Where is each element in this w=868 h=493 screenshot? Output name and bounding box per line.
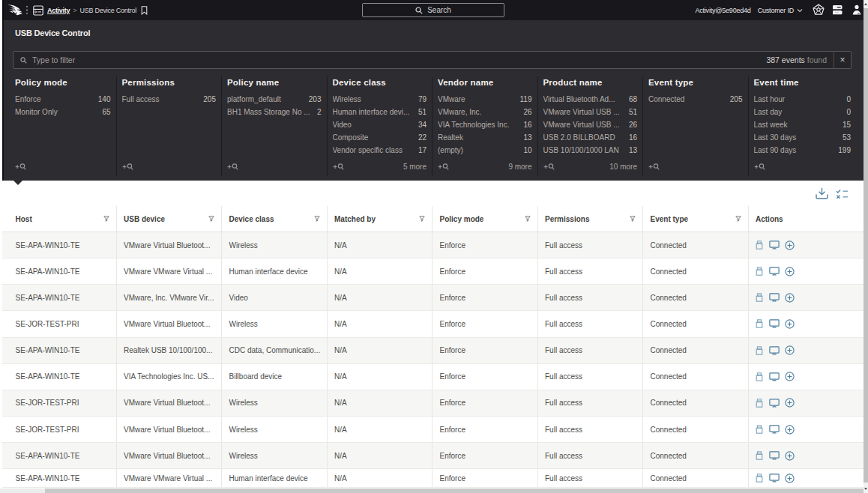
monitor-icon[interactable] (769, 425, 780, 434)
table-row[interactable]: SE-JOR-TEST-PRI VMware Virtual Bluetoot.… (2, 417, 864, 443)
usb-drive-icon[interactable] (755, 425, 764, 434)
export-button[interactable] (816, 187, 828, 203)
facet-item[interactable]: Monitor Only 65 (15, 106, 111, 118)
facet-item[interactable]: Video 34 (333, 118, 427, 131)
facet-item[interactable]: VIA Technologies Inc. 16 (438, 118, 532, 131)
horizontal-scrollbar-thumb[interactable] (45, 489, 864, 493)
column-header-actions[interactable]: Actions (749, 206, 864, 232)
column-header-permissions[interactable]: Permissions (538, 206, 644, 232)
account-module-label[interactable]: Activity@5e90ed4d (695, 7, 750, 14)
facet-item[interactable]: Wireless 79 (333, 93, 427, 106)
filter-funnel-icon[interactable] (208, 216, 214, 222)
facet-item[interactable]: USB 10/100/1000 LAN 13 (543, 144, 638, 157)
vertical-scrollbar-thumb[interactable] (864, 8, 868, 483)
table-row[interactable]: SE-APA-WIN10-TE VMware, Inc. VMware Vir.… (2, 285, 864, 311)
add-filter-icon[interactable] (543, 163, 555, 172)
facet-item[interactable]: Full access 205 (122, 93, 217, 106)
add-circle-icon[interactable] (785, 398, 795, 408)
add-circle-icon[interactable] (785, 451, 795, 461)
horizontal-scrollbar[interactable] (0, 489, 864, 493)
usb-drive-icon[interactable] (755, 319, 764, 328)
filter-funnel-icon[interactable] (630, 216, 636, 222)
add-circle-icon[interactable] (785, 345, 795, 355)
facet-item[interactable]: Human interface devi... 51 (333, 106, 427, 118)
usb-drive-icon[interactable] (755, 346, 764, 355)
facet-item[interactable]: USB 2.0 BILLBOARD 16 (543, 131, 638, 144)
add-filter-icon[interactable] (754, 163, 765, 172)
add-filter-icon[interactable] (333, 163, 344, 172)
monitor-icon[interactable] (769, 474, 780, 483)
facet-item[interactable]: Last 90 days 199 (754, 144, 852, 157)
filter-input[interactable] (27, 52, 766, 68)
monitor-icon[interactable] (769, 293, 780, 302)
scroll-down-arrow[interactable] (864, 488, 867, 490)
notifications-button[interactable] (833, 4, 844, 16)
add-filter-icon[interactable] (122, 163, 133, 172)
column-header-event-type[interactable]: Event type (643, 206, 749, 232)
kebab-menu-icon[interactable] (25, 5, 28, 15)
store-button[interactable] (813, 4, 825, 16)
table-row[interactable]: SE-APA-WIN10-TE VMware Virtual Bluetoot.… (2, 232, 864, 258)
user-profile-button[interactable] (852, 4, 862, 16)
table-row[interactable]: SE-APA-WIN10-TE VMware VMware Virtual ..… (2, 469, 864, 488)
facet-more-label[interactable]: 5 more (403, 163, 427, 172)
select-events-button[interactable] (836, 189, 849, 202)
table-row[interactable]: SE-APA-WIN10-TE VMware VMware Virtual ..… (2, 258, 864, 285)
table-row[interactable]: SE-APA-WIN10-TE Realtek USB 10/100/100..… (2, 338, 864, 364)
usb-drive-icon[interactable] (755, 474, 764, 483)
notifications-icon[interactable] (833, 4, 844, 16)
falcon-logo-container[interactable] (7, 4, 23, 16)
filter-funnel-icon[interactable] (103, 216, 109, 222)
facet-item[interactable]: Enforce 140 (15, 93, 111, 106)
download-icon[interactable] (816, 187, 828, 200)
vertical-scrollbar[interactable] (864, 0, 868, 493)
facet-more-label[interactable]: 10 more (609, 163, 637, 172)
global-search-button[interactable]: Search (362, 3, 504, 17)
facet-item[interactable]: (empty) 10 (438, 144, 532, 157)
facet-item[interactable]: Last day 0 (754, 106, 852, 118)
store-pentagon-icon[interactable] (813, 4, 825, 16)
monitor-icon[interactable] (769, 399, 780, 408)
monitor-icon[interactable] (769, 241, 780, 249)
facet-item[interactable]: Vendor specific class 17 (333, 144, 427, 157)
bookmark-icon[interactable] (141, 6, 148, 15)
filter-funnel-icon[interactable] (735, 216, 741, 222)
facet-item[interactable]: platform_default 203 (227, 93, 322, 106)
usb-drive-icon[interactable] (755, 451, 764, 460)
facet-item[interactable]: VMware 119 (438, 93, 532, 106)
add-circle-icon[interactable] (785, 267, 795, 276)
usb-drive-icon[interactable] (755, 241, 764, 249)
column-header-usb-device[interactable]: USB device (117, 206, 223, 232)
add-filter-icon[interactable] (15, 163, 26, 172)
scroll-up-arrow[interactable] (864, 3, 867, 5)
breadcrumb-activity-link[interactable]: Activity (47, 7, 70, 14)
table-row[interactable]: SE-JOR-TEST-PRI VMware Virtual Bluetoot.… (2, 390, 864, 417)
add-circle-icon[interactable] (785, 372, 795, 381)
table-row[interactable]: SE-JOR-TEST-PRI VMware Virtual Bluetoot.… (2, 311, 864, 337)
column-header-host[interactable]: Host (2, 206, 117, 232)
checklist-icon[interactable] (836, 189, 849, 199)
usb-drive-icon[interactable] (755, 399, 764, 408)
add-circle-icon[interactable] (785, 241, 795, 250)
facet-item[interactable]: Realtek 13 (438, 131, 532, 144)
facet-item[interactable]: Last week 15 (754, 118, 852, 131)
monitor-icon[interactable] (769, 267, 780, 276)
facet-item[interactable]: VMware Virtual USB ... 26 (543, 118, 638, 131)
add-circle-icon[interactable] (785, 474, 795, 483)
add-filter-icon[interactable] (648, 163, 660, 172)
column-header-device-class[interactable]: Device class (222, 206, 328, 232)
facet-item[interactable]: Last hour 0 (754, 93, 852, 106)
usb-drive-icon[interactable] (755, 267, 764, 276)
facet-more-label[interactable]: 9 more (508, 163, 531, 172)
add-circle-icon[interactable] (785, 425, 795, 435)
usb-drive-icon[interactable] (755, 293, 764, 302)
facet-item[interactable]: Virtual Bluetooth Ad... 68 (543, 93, 638, 106)
facet-item[interactable]: Composite 22 (333, 131, 427, 144)
clear-filter-button[interactable]: × (834, 52, 851, 68)
add-circle-icon[interactable] (785, 293, 795, 303)
add-filter-icon[interactable] (227, 163, 238, 172)
facet-item[interactable]: Connected 205 (648, 93, 743, 106)
user-icon[interactable] (852, 4, 862, 16)
facet-item[interactable]: BH1 Mass Storage No ... 2 (227, 106, 322, 118)
filter-funnel-icon[interactable] (314, 216, 320, 222)
